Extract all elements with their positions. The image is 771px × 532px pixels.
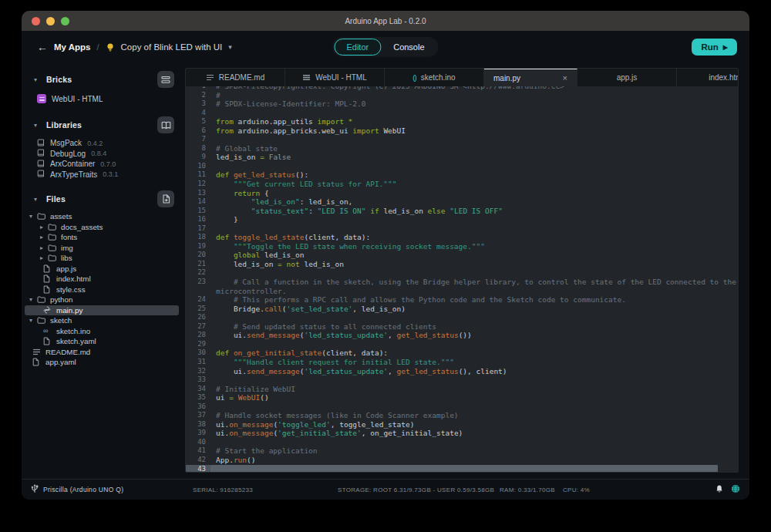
line-number: 15: [186, 207, 210, 216]
book-icon: [37, 139, 45, 148]
brick-lines-icon: [302, 74, 311, 81]
code-line: microcontroller.: [186, 287, 738, 296]
line-number: 23: [186, 278, 210, 287]
file-tree-item-img[interactable]: ▸img: [25, 243, 179, 254]
line-number: 41: [186, 446, 210, 456]
code-line: 28 ui.send_message('led_status_update', …: [186, 331, 738, 340]
back-arrow-icon[interactable]: ←: [37, 42, 48, 52]
libraries-list: MsgPack0.4.2DebugLog0.8.4ArxContainer0.7…: [22, 138, 185, 180]
file-tree-label: sketch.ino: [56, 327, 90, 335]
line-number: 21: [186, 260, 210, 269]
file-tree-item-assets[interactable]: ▾assets: [25, 211, 179, 222]
code-line: 6from arduino.app_bricks.web_ui import W…: [186, 126, 738, 136]
file-tree-item-app-yaml[interactable]: app.yaml: [25, 357, 179, 368]
editor-tab-index-html[interactable]: index.html: [677, 69, 739, 86]
code-line: 32 ui.send_message('led_status_update', …: [186, 367, 738, 376]
view-tab-editor[interactable]: Editor: [334, 39, 381, 56]
view-tab-console[interactable]: Console: [381, 39, 436, 56]
device-name: Priscilla (Arduino UNO Q): [43, 486, 123, 493]
toolbar: ← My Apps / Copy of Blink LED with UI ▾ …: [22, 31, 749, 63]
play-icon: ▶: [723, 44, 728, 51]
library-item[interactable]: ArxContainer0.7.0: [22, 159, 185, 170]
code-line: 22: [186, 268, 738, 278]
code-line: 39ui.on_message('get_initial_state', on_…: [186, 429, 738, 438]
bricks-section-header[interactable]: ▾ Bricks: [22, 71, 185, 88]
file-tree-item-sketch-ino[interactable]: ∞sketch.ino: [25, 326, 179, 337]
run-button[interactable]: Run ▶: [692, 39, 737, 56]
line-number: 16: [186, 215, 210, 224]
library-item[interactable]: ArxTypeTraits0.3.1: [22, 170, 185, 180]
network-globe-icon[interactable]: [731, 484, 740, 495]
markdown-file-icon: [206, 74, 214, 81]
files-section-header[interactable]: ▾ Files: [22, 190, 185, 207]
editor-tab-label: app.js: [617, 73, 638, 82]
app-window: Arduino App Lab - 0.2.0 ← My Apps / Copy…: [22, 11, 749, 500]
library-version: 0.7.0: [100, 160, 116, 168]
file-tree-item-docs-assets[interactable]: ▸docs_assets: [25, 222, 179, 233]
libraries-panel-button[interactable]: [157, 116, 174, 133]
file-tree-label: sketch.yaml: [56, 337, 96, 345]
line-number: 38: [186, 420, 210, 429]
file-tree-item-sketch-yaml[interactable]: sketch.yaml: [25, 336, 179, 347]
editor-tab-webui-html[interactable]: WebUI - HTML: [285, 69, 385, 86]
library-item[interactable]: DebugLog0.8.4: [22, 149, 185, 160]
book-icon: [37, 160, 45, 169]
file-tree-label: style.css: [56, 285, 86, 294]
editor-tab-sketch-ino[interactable]: ()sketch.ino: [385, 69, 484, 86]
app-menu-caret-icon[interactable]: ▾: [228, 43, 232, 51]
breadcrumb: ← My Apps / Copy of Blink LED with UI ▾: [37, 42, 232, 52]
line-number: 12: [186, 180, 210, 189]
files-section-label: Files: [46, 194, 66, 204]
cpu-status: CPU: 4%: [563, 487, 590, 493]
library-name: ArxContainer: [50, 160, 95, 168]
brick-item-label: WebUI - HTML: [52, 95, 103, 103]
line-number: 7: [186, 135, 210, 144]
globe-icon: [731, 488, 740, 495]
book-icon: [37, 170, 45, 179]
file-tree-item-index-html[interactable]: index.html: [25, 274, 179, 285]
editor-tab-readme-md[interactable]: README.md: [186, 69, 285, 86]
library-name: MsgPack: [50, 139, 82, 147]
add-file-button[interactable]: [157, 190, 174, 207]
code-line: 36: [186, 402, 738, 412]
breadcrumb-my-apps[interactable]: My Apps: [54, 42, 91, 52]
file-tree-item-style-css[interactable]: style.css: [25, 285, 179, 295]
file-tree-label: main.py: [56, 306, 82, 315]
book-icon: [37, 149, 45, 158]
brick-item-webui-html[interactable]: WebUI - HTML: [22, 91, 185, 106]
chevron-down-icon: ▾: [34, 122, 42, 129]
file-tree-item-libs[interactable]: ▸libs: [25, 253, 179, 264]
file-tree-item-readme-md[interactable]: README.md: [25, 347, 179, 358]
line-number: 9: [186, 153, 210, 162]
line-number: 22: [186, 268, 210, 278]
yaml-file-icon: [32, 358, 42, 366]
folder-icon: [48, 244, 57, 251]
code-editor[interactable]: 1# SPDX-FileCopyrightText: Copyright (C)…: [186, 86, 738, 472]
file-tree-item-fonts[interactable]: ▸fonts: [25, 232, 179, 243]
notifications-bell-icon[interactable]: [715, 485, 723, 495]
library-version: 0.3.1: [103, 170, 118, 178]
libraries-section-header[interactable]: ▾ Libraries: [22, 116, 185, 133]
file-tree-label: app.yaml: [45, 358, 76, 366]
editor-tab-app-js[interactable]: app.js: [577, 69, 677, 86]
code-line: 16 }: [186, 215, 738, 224]
file-tree-item-sketch[interactable]: ▾sketch: [25, 315, 179, 326]
close-tab-icon[interactable]: ×: [563, 73, 567, 82]
code-line: 37# Handle socket messages (like in Code…: [186, 411, 738, 420]
chevron-right-icon: ▸: [40, 224, 48, 231]
run-button-label: Run: [701, 42, 718, 52]
folder-icon: [48, 224, 57, 231]
editor-tab-main-py[interactable]: main.py×: [484, 69, 577, 86]
code-line: 33: [186, 375, 738, 385]
file-tree-item-app-js[interactable]: app.js: [25, 264, 179, 274]
bricks-panel-button[interactable]: [157, 71, 174, 88]
line-number: 26: [186, 313, 210, 322]
library-item[interactable]: MsgPack0.4.2: [22, 138, 185, 149]
editor-tab-label: main.py: [493, 74, 520, 82]
device-status[interactable]: Priscilla (Arduino UNO Q): [31, 484, 123, 495]
app-title: Copy of Blink LED with UI: [121, 42, 223, 52]
file-tree-item-main-py[interactable]: main.py: [25, 305, 179, 316]
file-tree-item-python[interactable]: ▾python: [25, 295, 179, 305]
line-number: 4: [186, 109, 210, 118]
line-number: 17: [186, 224, 210, 234]
